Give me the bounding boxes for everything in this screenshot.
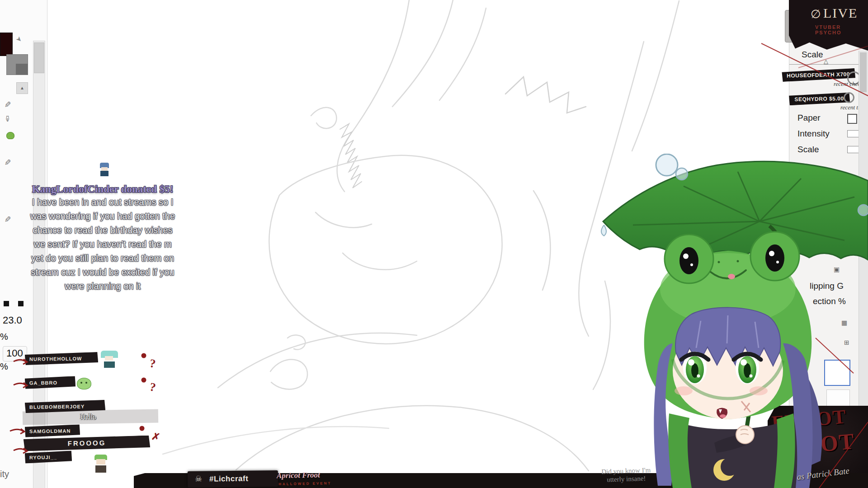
selected-color-swatch[interactable] bbox=[824, 360, 850, 386]
live-banner: ∅ LIVE VTUBER PSYCHO bbox=[789, 0, 868, 51]
event-subtitle: HALLOWED EVENT bbox=[278, 481, 331, 486]
hair-bangs bbox=[675, 308, 780, 366]
paper-checkbox[interactable] bbox=[847, 114, 857, 124]
frog-hood bbox=[644, 232, 812, 419]
chat-overlay: NUROTHEHOLLOW GA_BBRO BLUEBOMBERJOEY Hel… bbox=[0, 348, 172, 483]
marker-tool-icon[interactable]: ✎ bbox=[2, 216, 12, 222]
scrollbar-handle[interactable] bbox=[34, 42, 44, 73]
stream-overlay-root: ➤ ▲ ✎ ✑ ✎ ✎ 23.0 % 100 % ity bbox=[0, 0, 868, 488]
sticker-tool-icon[interactable] bbox=[6, 132, 14, 139]
chat-avatar bbox=[93, 455, 109, 474]
scale-slider-marker[interactable]: △ bbox=[824, 58, 828, 65]
chat-username-banner: NUROTHEHOLLOW bbox=[25, 352, 98, 365]
recent-tip-badge: SEQHYDRO $5.00 bbox=[788, 93, 850, 105]
hashtag-label: #Lichcraft bbox=[209, 474, 248, 484]
recent-cheer-caption: recent cheer bbox=[817, 80, 863, 88]
opacity-percent-sign: % bbox=[0, 332, 8, 342]
scale-row-label: Scale bbox=[797, 145, 819, 155]
chat-blob-avatar bbox=[77, 378, 91, 389]
live-subtitle: VTUBER PSYCHO bbox=[815, 24, 868, 35]
grid-icon[interactable]: ▦ bbox=[841, 319, 847, 326]
avatar-hand bbox=[736, 426, 754, 444]
side-hair-left bbox=[654, 343, 673, 486]
event-title: Apricot Froot bbox=[277, 470, 320, 480]
recent-tip-caption: recent tip bbox=[817, 104, 863, 111]
brush-size-value[interactable]: 23.0 bbox=[3, 314, 22, 326]
intensity-row-label: Intensity bbox=[797, 129, 830, 139]
chat-username-banner: SAMGOLDMAN bbox=[25, 424, 80, 437]
blend-mode-icon-b[interactable] bbox=[18, 301, 24, 306]
live-symbol: ∅ bbox=[811, 7, 821, 21]
frog-eye-icons bbox=[679, 244, 784, 274]
event-banner: Apricot Froot HALLOWED EVENT bbox=[277, 469, 336, 488]
brush-tool-icon[interactable]: ✑ bbox=[2, 115, 12, 122]
chat-username-banner: RYOUJI__ bbox=[25, 450, 72, 463]
live-label: LIVE bbox=[823, 5, 858, 21]
blend-mode-icon-a[interactable] bbox=[4, 301, 9, 306]
donor-sprite-icon bbox=[99, 163, 110, 177]
chat-message-text: Hello bbox=[25, 413, 151, 421]
cheek-scar bbox=[741, 401, 750, 412]
clipping-group-label-clipped: lipping G bbox=[810, 281, 844, 291]
chat-message-dark-strip: FROOOG bbox=[24, 436, 150, 451]
donation-overlay: KangLordofCinder donated $5! I have been… bbox=[12, 163, 193, 293]
donation-title: KangLordofCinder donated $5! bbox=[12, 183, 193, 195]
chat-avatar bbox=[100, 351, 118, 369]
scale-top-label: Scale bbox=[802, 50, 823, 60]
skull-icon: ☠ bbox=[195, 474, 202, 484]
hashtag-banner: ☠ #Lichcraft bbox=[188, 470, 278, 488]
donation-message: I have been in and out streams so I was … bbox=[12, 195, 193, 293]
scroll-up-button[interactable]: ▲ bbox=[16, 82, 28, 94]
background-color-swatch[interactable] bbox=[6, 54, 28, 75]
cursor-icon: ➤ bbox=[14, 34, 24, 44]
selection-percent-label-clipped: ection % bbox=[813, 296, 846, 306]
chat-username-banner: GA_BBRO bbox=[25, 376, 75, 389]
pen-tool-icon[interactable]: ✎ bbox=[2, 101, 12, 108]
avatar-eyes bbox=[681, 352, 761, 384]
foreground-color-swatch[interactable] bbox=[0, 33, 13, 56]
stream-quote: Did you know I'm utterly insane! bbox=[587, 465, 665, 484]
recent-cheer-badge: HOUSEOFDEATH X700 bbox=[781, 68, 856, 82]
panel-scrollbar-handle[interactable] bbox=[860, 52, 867, 92]
rope-loop-icon-small bbox=[844, 92, 854, 103]
expand-icon[interactable]: ▣ bbox=[834, 266, 840, 273]
scale-slider-track[interactable] bbox=[789, 64, 868, 65]
pencil-tool-icon[interactable]: ✎ bbox=[2, 159, 12, 165]
background-color-swatch-inner bbox=[16, 64, 28, 75]
avatar-mouth bbox=[717, 408, 727, 419]
layers-icon[interactable]: ⊞ bbox=[844, 339, 849, 346]
paper-row-label: Paper bbox=[797, 113, 821, 123]
